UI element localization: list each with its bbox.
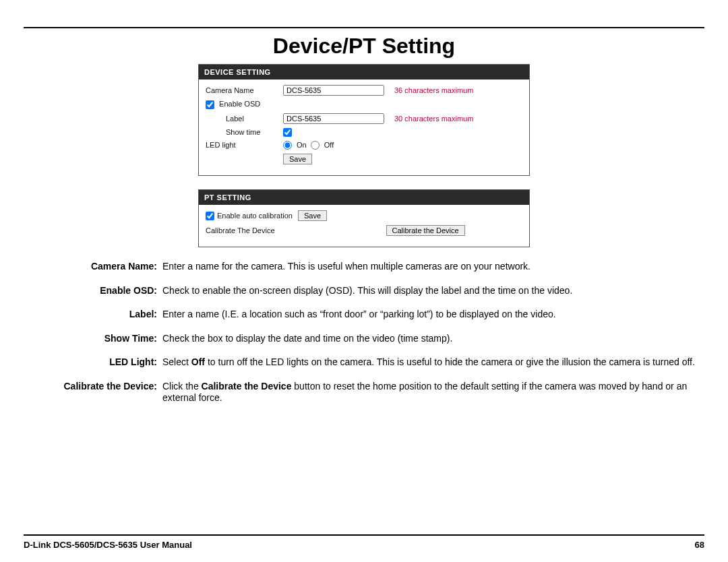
camera-name-row: Camera Name 36 characters maximum [206,85,522,96]
led-on-label: On [297,141,307,149]
osd-label-label: Label [206,115,283,123]
camera-name-input[interactable] [283,85,384,96]
footer-row: D-Link DCS-5605/DCS-5635 User Manual 68 [24,540,704,550]
auto-calibration-row: Enable auto calibration Save [206,210,522,221]
definition-desc: Select Off to turn off the LED lights on… [162,356,704,369]
device-panel-body: Camera Name 36 characters maximum Enable… [199,80,529,175]
show-time-label: Show time [206,128,283,136]
led-off-option: Off [311,141,334,150]
led-on-radio[interactable] [283,141,292,150]
footer-rule [24,534,704,536]
led-light-row: LED light On Off [206,141,522,150]
page-footer: D-Link DCS-5605/DCS-5635 User Manual 68 [24,534,704,550]
calibrate-device-label: Calibrate The Device [206,226,275,235]
definition-term: Label: [24,309,162,321]
footer-right: 68 [695,540,704,550]
led-off-label: Off [324,141,334,149]
enable-osd-row: Enable OSD [206,100,522,109]
osd-label-input[interactable] [283,113,384,124]
led-light-label: LED light [206,141,283,149]
device-panel-header: DEVICE SETTING [199,65,529,80]
show-time-row: Show time [206,128,522,137]
footer-left: D-Link DCS-5605/DCS-5635 User Manual [24,540,192,550]
definition-row: Camera Name:Enter a name for the camera.… [24,261,704,273]
enable-osd-checkbox[interactable] [206,100,214,109]
camera-name-label: Camera Name [206,86,283,94]
device-save-button[interactable]: Save [283,154,312,164]
page-title: Device/PT Setting [24,34,704,59]
definition-term: Calibrate the Device: [24,381,162,404]
definition-desc: Click the Calibrate the Device button to… [162,381,704,404]
pt-save-button[interactable]: Save [298,210,327,221]
calibrate-device-button[interactable]: Calibrate the Device [386,225,465,236]
enable-osd-cell: Enable OSD [206,100,283,109]
definitions-list: Camera Name:Enter a name for the camera.… [24,261,704,404]
definition-desc: Check to enable the on-screen display (O… [162,285,704,297]
definition-desc: Check the box to display the date and ti… [162,333,704,345]
calibrate-row: Calibrate The Device Calibrate the Devic… [206,225,522,236]
show-time-checkbox[interactable] [283,128,292,137]
device-setting-panel: DEVICE SETTING Camera Name 36 characters… [198,64,530,176]
led-on-option: On [283,141,307,150]
definition-term: Enable OSD: [24,285,162,297]
definition-term: Camera Name: [24,261,162,273]
definition-row: Show Time:Check the box to display the d… [24,333,704,345]
pt-setting-panel: PT SETTING Enable auto calibration Save … [198,189,530,247]
osd-label-row: Label 30 characters maximum [206,113,522,124]
enable-osd-label: Enable OSD [219,100,260,108]
top-rule [24,27,704,28]
manual-page: Device/PT Setting DEVICE SETTING Camera … [0,0,728,562]
auto-calibration-label: Enable auto calibration [217,212,293,220]
auto-calibration-checkbox[interactable] [206,212,214,220]
pt-panel-body: Enable auto calibration Save Calibrate T… [199,205,529,247]
definition-row: LED Light:Select Off to turn off the LED… [24,356,704,369]
definition-row: Enable OSD:Check to enable the on-screen… [24,285,704,297]
definition-row: Label:Enter a name (I.E. a location such… [24,309,704,321]
calibrate-button-wrap: Calibrate the Device [386,225,465,236]
definition-term: LED Light: [24,356,162,369]
led-off-radio[interactable] [311,141,320,150]
camera-name-hint: 36 characters maximum [394,86,473,94]
definition-desc: Enter a name (I.E. a location such as “f… [162,309,704,321]
pt-panel-header: PT SETTING [199,190,529,205]
definition-desc: Enter a name for the camera. This is use… [162,261,704,273]
device-save-row: Save [206,154,522,164]
definition-term: Show Time: [24,333,162,345]
osd-label-hint: 30 characters maximum [394,115,473,123]
definition-row: Calibrate the Device:Click the Calibrate… [24,381,704,404]
